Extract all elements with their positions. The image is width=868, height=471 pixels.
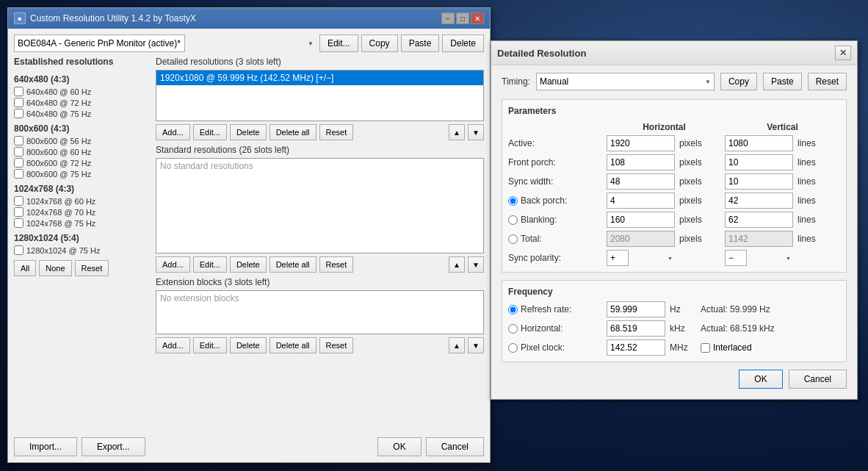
- sync-width-h-input[interactable]: [607, 173, 675, 190]
- blanking-v-input[interactable]: [725, 212, 793, 228]
- list-item: 1280x1024 @ 75 Hz: [14, 245, 150, 256]
- extension-edit-button[interactable]: Edit...: [193, 337, 227, 353]
- active-v-input[interactable]: [725, 135, 793, 151]
- timing-dropdown[interactable]: Manual: [536, 73, 715, 90]
- interlaced-checkbox[interactable]: [701, 343, 710, 353]
- total-h-input[interactable]: [607, 231, 675, 247]
- extension-add-button[interactable]: Add...: [156, 337, 190, 353]
- main-cancel-button[interactable]: Cancel: [426, 437, 484, 456]
- detailed-reset-button[interactable]: Reset: [319, 124, 354, 140]
- detailed-up-button[interactable]: ▲: [449, 124, 465, 140]
- sync-width-v-input[interactable]: [725, 173, 793, 190]
- front-porch-v-input[interactable]: [725, 154, 793, 170]
- res-1024x768-60-checkbox[interactable]: [14, 196, 23, 206]
- horizontal-freq-actual: Actual: 68.519 kHz: [701, 323, 840, 334]
- window-body: BOE084A - Generic PnP Monitor (active)* …: [8, 29, 490, 462]
- res-800x600-56-checkbox[interactable]: [14, 136, 23, 145]
- extension-up-button[interactable]: ▲: [449, 337, 465, 353]
- dialog-copy-button[interactable]: Copy: [720, 73, 757, 90]
- list-item[interactable]: 1920x1080 @ 59.999 Hz (142.52 MHz) [+/−]: [156, 71, 483, 85]
- total-radio[interactable]: [508, 234, 518, 244]
- res-1024x768-75-checkbox[interactable]: [14, 218, 23, 228]
- res-800x600-60-checkbox[interactable]: [14, 147, 23, 157]
- dialog-close-button[interactable]: ✕: [835, 46, 851, 60]
- blanking-h-input[interactable]: [607, 212, 675, 228]
- horizontal-freq-radio[interactable]: [508, 324, 518, 334]
- pixel-clock-input[interactable]: [607, 339, 665, 356]
- back-porch-label: Back porch:: [508, 195, 604, 206]
- export-button[interactable]: Export...: [82, 437, 145, 456]
- maximize-button[interactable]: □: [456, 12, 469, 24]
- res-800x600-72-checkbox[interactable]: [14, 158, 23, 168]
- group-800x600: 800x600 (4:3): [14, 123, 150, 134]
- dialog-paste-button[interactable]: Paste: [763, 73, 802, 90]
- res-640x480-72-label: 640x480 @ 72 Hz: [26, 98, 91, 107]
- monitor-dropdown[interactable]: BOE084A - Generic PnP Monitor (active)*: [14, 35, 185, 52]
- standard-down-button[interactable]: ▼: [468, 256, 484, 273]
- dialog-ok-button[interactable]: OK: [739, 370, 782, 389]
- dialog-footer-buttons: OK Cancel: [502, 370, 847, 392]
- extension-delete-button[interactable]: Delete: [230, 337, 267, 353]
- all-button[interactable]: All: [14, 260, 36, 276]
- standard-edit-button[interactable]: Edit...: [193, 256, 227, 273]
- standard-delete-button[interactable]: Delete: [230, 256, 267, 273]
- monitor-copy-button[interactable]: Copy: [361, 35, 398, 52]
- monitor-edit-button[interactable]: Edit...: [319, 35, 358, 52]
- res-1280x1024-75-checkbox[interactable]: [14, 245, 23, 255]
- import-button[interactable]: Import...: [14, 437, 77, 456]
- monitor-paste-button[interactable]: Paste: [401, 35, 440, 52]
- main-content: Established resolutions 640x480 (4:3) 64…: [14, 57, 484, 430]
- res-640x480-60-checkbox[interactable]: [14, 87, 23, 96]
- detailed-edit-button[interactable]: Edit...: [193, 124, 227, 140]
- back-porch-radio[interactable]: [508, 196, 518, 206]
- detailed-section: Detailed resolutions (3 slots left) 1920…: [156, 57, 484, 140]
- sync-polarity-v-select[interactable]: − +: [725, 250, 747, 266]
- res-800x600-60-label: 800x600 @ 60 Hz: [26, 148, 91, 157]
- sync-polarity-h-select[interactable]: + -: [607, 250, 629, 266]
- main-ok-button[interactable]: OK: [377, 437, 421, 456]
- extension-placeholder: No extension blocks: [156, 291, 483, 306]
- extension-listbox[interactable]: No extension blocks: [156, 290, 484, 334]
- cru-main-window: ■ Custom Resolution Utility 1.4.2 by Toa…: [7, 7, 491, 463]
- active-h-input[interactable]: [607, 135, 675, 151]
- blanking-radio[interactable]: [508, 215, 518, 225]
- extension-down-button[interactable]: ▼: [468, 337, 484, 353]
- res-640x480-75-checkbox[interactable]: [14, 109, 23, 118]
- dialog-reset-button[interactable]: Reset: [808, 73, 847, 90]
- res-1024x768-70-label: 1024x768 @ 70 Hz: [26, 208, 95, 217]
- detailed-delete-all-button[interactable]: Delete all: [270, 124, 317, 140]
- detailed-listbox[interactable]: 1920x1080 @ 59.999 Hz (142.52 MHz) [+/−]: [156, 70, 484, 121]
- res-800x600-75-checkbox[interactable]: [14, 169, 23, 179]
- standard-add-button[interactable]: Add...: [156, 256, 190, 273]
- pixel-clock-radio[interactable]: [508, 343, 518, 353]
- extension-reset-button[interactable]: Reset: [319, 337, 354, 353]
- established-reset-button[interactable]: Reset: [75, 260, 109, 276]
- detail-resolution-dialog: Detailed Resolution ✕ Timing: Manual Cop…: [491, 40, 858, 400]
- detailed-delete-button[interactable]: Delete: [230, 124, 267, 140]
- standard-delete-all-button[interactable]: Delete all: [270, 256, 317, 273]
- back-porch-h-input[interactable]: [607, 193, 675, 209]
- standard-up-button[interactable]: ▲: [449, 256, 465, 273]
- dialog-title: Detailed Resolution: [497, 48, 586, 59]
- active-h-unit: pixels: [678, 138, 722, 148]
- monitor-delete-button[interactable]: Delete: [442, 35, 484, 52]
- extension-delete-all-button[interactable]: Delete all: [270, 337, 317, 353]
- minimize-button[interactable]: −: [441, 12, 455, 24]
- res-1024x768-70-checkbox[interactable]: [14, 207, 23, 217]
- horizontal-freq-label: Horizontal:: [508, 323, 604, 334]
- footer-buttons: Import... Export... OK Cancel: [14, 437, 484, 456]
- detailed-down-button[interactable]: ▼: [468, 124, 484, 140]
- refresh-rate-input[interactable]: [607, 301, 665, 317]
- back-porch-v-input[interactable]: [725, 193, 793, 209]
- standard-reset-button[interactable]: Reset: [319, 256, 354, 273]
- refresh-rate-radio[interactable]: [508, 305, 518, 314]
- dialog-cancel-button[interactable]: Cancel: [789, 370, 847, 389]
- total-v-input[interactable]: [725, 231, 793, 247]
- detailed-add-button[interactable]: Add...: [156, 124, 190, 140]
- none-button[interactable]: None: [39, 260, 71, 276]
- close-button[interactable]: ✕: [471, 12, 484, 24]
- standard-listbox[interactable]: No standard resolutions: [156, 158, 484, 254]
- horizontal-freq-input[interactable]: [607, 320, 665, 337]
- res-640x480-72-checkbox[interactable]: [14, 98, 23, 107]
- front-porch-h-input[interactable]: [607, 154, 675, 170]
